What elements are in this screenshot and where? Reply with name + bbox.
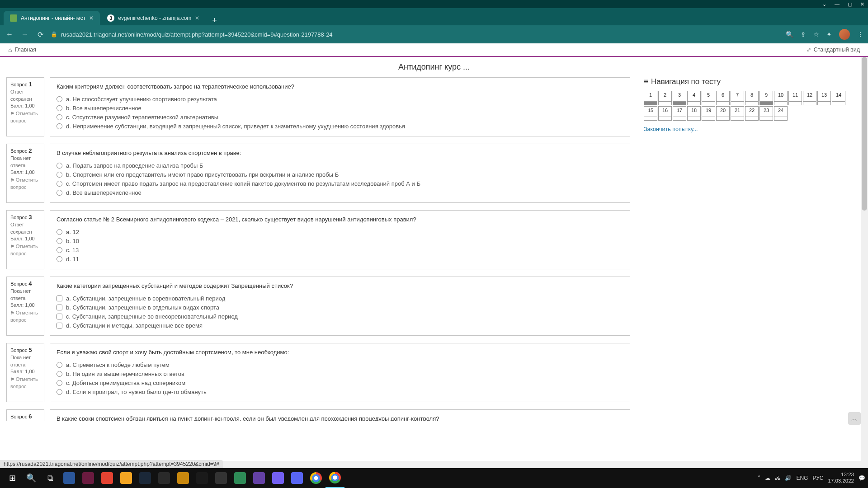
answer-input[interactable] [57,362,62,368]
caret-down-icon[interactable]: ⌄ [822,1,826,7]
answer-option[interactable]: c. Отсутствие разумной терапевтической а… [57,113,623,122]
nav-question-24[interactable]: 24 [774,106,788,121]
nav-question-9[interactable]: 9 [760,91,773,105]
nav-question-2[interactable]: 2 [658,91,672,105]
answer-input[interactable] [57,238,62,244]
profile-avatar[interactable] [839,29,850,40]
answer-option[interactable]: c. Добиться преимущества над соперником [57,378,623,387]
nav-question-14[interactable]: 14 [832,91,845,105]
answer-option[interactable]: c. 13 [57,245,623,254]
flag-question-link[interactable]: Отметить вопрос [10,310,40,324]
nav-question-17[interactable]: 17 [673,106,686,121]
tray-network-icon[interactable]: 🖧 [775,475,780,481]
nav-question-16[interactable]: 16 [658,106,672,121]
answer-option[interactable]: d. Все вышеперечисленное [57,188,623,197]
scroll-to-top-button[interactable]: ︿ [848,412,861,425]
app-chrome-active[interactable] [326,468,344,488]
answer-input[interactable] [57,256,62,262]
app-chrome[interactable] [307,468,326,488]
answer-option[interactable]: b. Субстанции, запрещенные в отдельных в… [57,303,623,312]
answer-option[interactable]: b. Ни один из вышеперечисленных ответов [57,369,623,378]
nav-question-4[interactable]: 4 [687,91,701,105]
answer-input[interactable] [57,123,62,129]
start-button[interactable]: ⊞ [3,468,22,488]
app-media[interactable] [212,468,231,488]
app-unknown-3[interactable] [231,468,250,488]
browser-tab-1[interactable]: Антидопинг - онлайн-тест ✕ [4,11,100,25]
menu-icon[interactable]: ⋮ [857,31,863,38]
url-input[interactable]: 🔒 rusada2021.triagonal.net/online/mod/qu… [51,31,780,38]
answer-input[interactable] [57,96,62,102]
answer-input[interactable] [57,181,62,187]
app-opera[interactable] [193,468,212,488]
answer-option[interactable]: d. 11 [57,254,623,263]
answer-option[interactable]: b. Все вышеперечисленное [57,103,623,113]
app-unknown-1[interactable] [117,468,136,488]
app-epic[interactable] [155,468,174,488]
answer-input[interactable] [57,105,62,111]
vertical-scrollbar[interactable] [861,57,868,468]
answer-option[interactable]: a. 12 [57,227,623,236]
nav-question-6[interactable]: 6 [716,91,730,105]
answer-input[interactable] [57,296,62,301]
app-twitch[interactable] [250,468,269,488]
task-view-button[interactable]: ⧉ [41,468,60,488]
answer-input[interactable] [57,229,62,235]
nav-question-23[interactable]: 23 [760,106,773,121]
nav-question-10[interactable]: 10 [774,91,788,105]
finish-attempt-link[interactable]: Закончить попытку... [644,126,852,132]
nav-question-13[interactable]: 13 [817,91,831,105]
answer-option[interactable]: a. Субстанции, запрещенные в соревновате… [57,294,623,303]
flag-question-link[interactable]: Отметить вопрос [10,177,40,191]
answer-option[interactable]: a. Стремиться к победе любым путем [57,360,623,369]
answer-input[interactable] [57,172,62,178]
answer-input[interactable] [57,323,62,328]
reload-button[interactable]: ⟳ [35,30,45,39]
answer-input[interactable] [57,163,62,169]
tray-lang-2[interactable]: РУС [812,475,823,481]
nav-question-8[interactable]: 8 [745,91,759,105]
answer-input[interactable] [57,305,62,310]
app-todoist[interactable] [98,468,117,488]
app-steam[interactable] [136,468,155,488]
tray-clock[interactable]: 13:2317.03.2022 [828,472,854,484]
minimize-icon[interactable]: — [835,1,840,7]
browser-tab-2[interactable]: 3 evgeniirechenko - znanija.com ✕ [101,11,206,25]
home-link[interactable]: Главная [8,46,36,53]
answer-option[interactable]: d. Субстанции и методы, запрещенные все … [57,321,623,330]
tray-volume-icon[interactable]: 🔊 [785,475,792,481]
answer-input[interactable] [57,190,62,196]
answer-input[interactable] [57,371,62,377]
answer-option[interactable]: c. Спортсмен имеет право подать запрос н… [57,179,623,188]
tray-lang-1[interactable]: ENG [796,475,808,481]
standard-view-link[interactable]: Стандартный вид [807,47,860,53]
answer-input[interactable] [57,389,62,395]
flag-question-link[interactable]: Отметить вопрос [10,110,40,124]
flag-question-link[interactable]: Отметить вопрос [10,376,40,390]
nav-question-21[interactable]: 21 [731,106,744,121]
tray-chevron-icon[interactable]: ˄ [758,475,760,481]
share-icon[interactable]: ⇪ [801,31,806,38]
app-vivaldi[interactable] [79,468,98,488]
answer-option[interactable]: b. Спортсмен или его представитель имеют… [57,170,623,179]
nav-question-7[interactable]: 7 [731,91,744,105]
answer-input[interactable] [57,314,62,319]
answer-option[interactable]: c. Субстанции, запрещенные во внесоревно… [57,312,623,321]
flag-question-link[interactable]: Отметить вопрос [10,243,40,257]
nav-question-3[interactable]: 3 [673,91,686,105]
answer-option[interactable]: d. Неприменение субстанции, входящей в з… [57,122,623,131]
search-button[interactable]: 🔍 [22,468,41,488]
answer-input[interactable] [57,114,62,120]
nav-question-12[interactable]: 12 [803,91,816,105]
maximize-icon[interactable]: ▢ [848,1,852,7]
tab-close-icon[interactable]: ✕ [195,15,199,21]
answer-option[interactable]: a. Подать запрос на проведение анализа п… [57,161,623,170]
back-button[interactable]: ← [5,30,14,38]
app-word[interactable] [60,468,79,488]
app-viber[interactable] [269,468,288,488]
answer-option[interactable]: b. 10 [57,236,623,245]
nav-question-18[interactable]: 18 [687,106,701,121]
app-unknown-2[interactable] [174,468,193,488]
answer-input[interactable] [57,380,62,386]
close-icon[interactable]: ✕ [860,1,864,7]
